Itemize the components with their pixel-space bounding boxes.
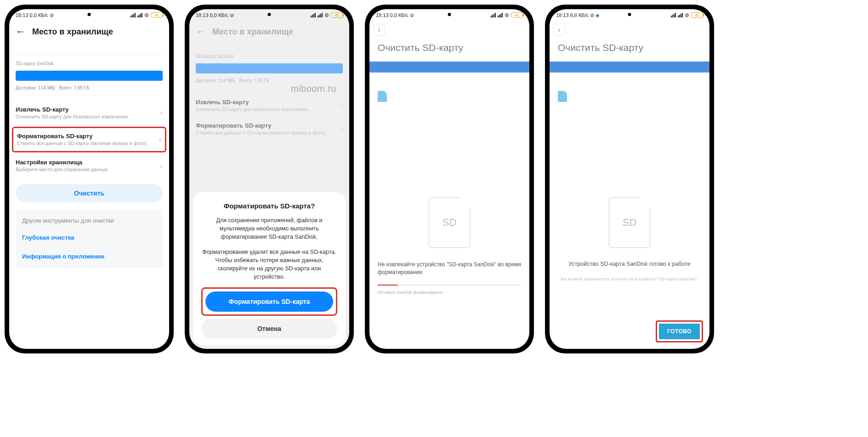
formatting-warning-text: Не извлекайте устройство "SD-карта SanDi… (378, 261, 521, 276)
available-text: Доступно: 114 МБ| (196, 78, 235, 83)
clean-button[interactable]: Очистить (16, 184, 163, 202)
signal-icon-2 (318, 13, 323, 17)
done-button[interactable]: ГОТОВО (659, 324, 700, 339)
sd-card-large-icon: SD (609, 197, 650, 248)
watermark-text: miboom.ru (291, 84, 336, 94)
status-left: 18:13 8,8 КБ/с ⊘ ◆ (556, 12, 599, 18)
signal-icon-2 (498, 13, 503, 17)
format-sd-option[interactable]: Форматировать SD-карту Стереть все данны… (17, 131, 161, 149)
cancel-button[interactable]: Отмена (201, 319, 337, 339)
dialog-title: Форматировать SD-карта? (201, 202, 337, 210)
highlight-format-option: Форматировать SD-карту Стереть все данны… (12, 127, 166, 153)
phone-frame-2: 18:13 0,0 КБ/с ⊘ ⊚ 41 ← Место в хранилищ… (185, 5, 354, 353)
deep-clean-link[interactable]: Глубокая очистка (22, 234, 156, 241)
app-bar: ← Место в хранилище (9, 21, 169, 40)
settings-subtitle: Выберите место для сохранения данных (16, 167, 108, 173)
content: SD-карта SanDisk Доступно: 114 МБ| Всего… (9, 40, 169, 349)
chevron-right-icon: › (159, 135, 161, 144)
screen-2: 18:13 0,0 КБ/с ⊘ ⊚ 41 ← Место в хранилищ… (189, 9, 349, 349)
screen-4: 18:13 8,8 КБ/с ⊘ ◆ ⊚ 41 ‹ Очистить SD-ка… (550, 9, 709, 349)
highlight-format-button: Форматировать SD-карта (201, 287, 337, 316)
divider (16, 54, 163, 55)
dnd-icon: ⊘ (590, 12, 594, 18)
wifi-icon: ⊚ (324, 12, 329, 18)
camera-notch (268, 13, 271, 16)
storage-settings-option[interactable]: Настройки хранилища Выберите место для с… (16, 154, 163, 178)
format-sd-option[interactable]: Форматировать SD-карту Стереть все данны… (196, 118, 343, 141)
app-info-link[interactable]: Информация о приложении (22, 253, 156, 260)
eject-title: Извлечь SD-карту (16, 106, 129, 113)
screen-3: 18:13 0,0 КБ/с ⊘ ⊚ 41 ‹ Очистить SD-карт… (369, 9, 529, 349)
eject-sd-option[interactable]: Извлечь SD-карту Отключить SD-карту для … (196, 94, 343, 118)
accent-band (369, 62, 529, 73)
accent-band (550, 62, 709, 73)
progress-fill (378, 285, 398, 286)
sd-card-small-icon (378, 91, 387, 102)
format-title: Форматировать SD-карту (196, 122, 327, 129)
back-button[interactable]: ← (196, 26, 206, 38)
status-time: 18:13 (556, 12, 569, 18)
dialog-paragraph-2: Форматирование удалит все данные на SD-к… (201, 248, 337, 281)
chevron-right-icon: › (340, 101, 343, 110)
signal-icon (671, 13, 676, 17)
signal-icon-2 (137, 13, 142, 17)
status-speed: 0,0 КБ/с (30, 12, 49, 18)
eject-title: Извлечь SD-карту (196, 99, 309, 106)
format-progress-bar (378, 285, 521, 286)
sd-card-label: SD-карта SanDisk (196, 54, 343, 59)
page-title: Очистить SD-карту (550, 42, 709, 62)
format-progress-label: SD-карта SanDisk форматируется (378, 290, 443, 295)
page-title: Очистить SD-карту (369, 42, 529, 62)
other-tools-heading: Другие инструменты для очистки (22, 217, 156, 224)
storage-stats: Доступно: 114 МБ| Всего: 7,95 ГБ (16, 85, 163, 90)
back-button[interactable]: ‹ (373, 24, 385, 36)
status-right: ⊚ 41 (671, 12, 703, 18)
back-button[interactable]: ← (16, 26, 26, 38)
wifi-icon: ⊚ (505, 12, 509, 18)
signal-icon (311, 13, 316, 17)
format-subtitle: Стереть все данные с SD-карты (включая м… (196, 130, 327, 136)
format-subtitle: Стереть все данные с SD-карты (включая м… (17, 140, 148, 147)
back-button[interactable]: ‹ (553, 24, 565, 36)
other-tools-box: Другие инструменты для очистки Глубокая … (16, 209, 163, 268)
signal-icon (130, 13, 136, 17)
storage-size-truncated (16, 40, 163, 48)
format-title: Форматировать SD-карту (17, 133, 148, 140)
phone-frame-3: 18:13 0,0 КБ/с ⊘ ⊚ 41 ‹ Очистить SD-карт… (365, 5, 534, 353)
app-bar: ← Место в хранилище (189, 21, 349, 40)
camera-notch (88, 13, 91, 16)
storage-progress-bar (196, 63, 343, 73)
signal-icon (491, 13, 496, 17)
ready-text: Устройство SD-карта SanDisk готово к раб… (558, 261, 701, 267)
status-right: ⊚ 41 (311, 12, 343, 18)
status-speed: 8,8 КБ/с (570, 12, 589, 18)
ready-subtext: Вы можете переместить контент на устройс… (558, 276, 701, 281)
battery-icon: 41 (511, 12, 523, 18)
settings-title: Настройки хранилища (16, 159, 108, 166)
screen-1: 18:13 0,0 КБ/с ⊘ ⊚ 41 ← Место в хранилищ… (9, 9, 169, 349)
eject-sd-option[interactable]: Извлечь SD-карту Отключить SD-карту для … (16, 101, 163, 125)
status-right: ⊚ 41 (491, 12, 523, 18)
page-title: Место в хранилище (32, 27, 113, 37)
eject-subtitle: Отключить SD-карту для безопасного извле… (196, 106, 309, 113)
chevron-right-icon: › (340, 125, 343, 133)
battery-icon: 41 (691, 12, 703, 18)
status-time: 18:13 (376, 12, 389, 18)
sd-card-large-icon: SD (429, 197, 470, 248)
page-title: Место в хранилище (212, 27, 293, 37)
sd-card-label: SD-карта SanDisk (16, 61, 163, 66)
status-left: 18:13 0,0 КБ/с ⊘ (376, 12, 414, 18)
sd-text: SD (623, 217, 637, 229)
battery-icon: 41 (331, 12, 343, 18)
status-speed: 0,0 КБ/с (210, 12, 229, 18)
sd-text: SD (443, 217, 457, 229)
sd-card-small-icon (558, 91, 567, 102)
storage-progress-bar (16, 71, 163, 81)
total-text: Всего: 7,95 ГБ (239, 78, 270, 83)
camera-notch (448, 13, 451, 16)
sync-icon: ◆ (596, 12, 599, 18)
format-confirm-button[interactable]: Форматировать SD-карта (205, 291, 333, 312)
total-text: Всего: 7,95 ГБ (59, 85, 90, 90)
signal-icon-2 (678, 13, 683, 17)
status-time: 18:13 (196, 12, 209, 18)
